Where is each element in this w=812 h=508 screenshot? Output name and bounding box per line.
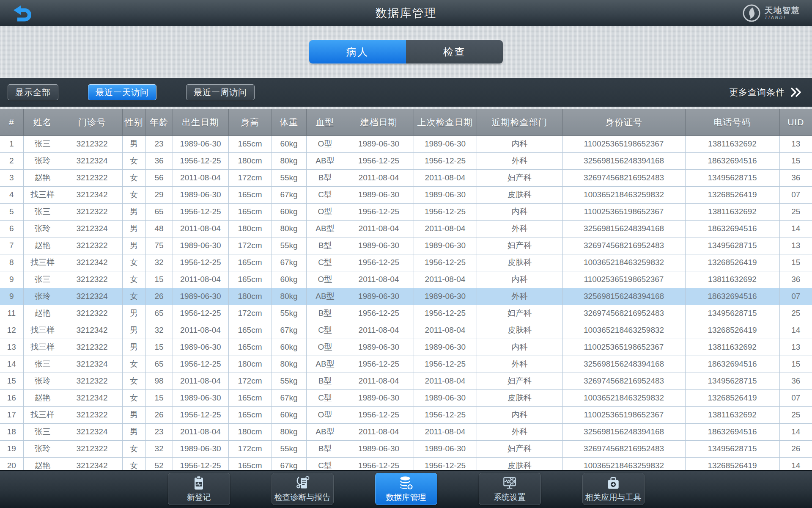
table-cell: 1956-12-25: [173, 356, 228, 373]
table-cell: 妇产科: [477, 373, 562, 389]
table-cell: 55kg: [272, 169, 306, 186]
table-row[interactable]: 3赵艳3212322女562011-08-04172cm55kgB型2011-0…: [0, 169, 812, 186]
column-header-gender: 性别: [122, 109, 145, 135]
table-row[interactable]: 2张玲3212324女361956-12-25180cm80kgAB型1956-…: [0, 152, 812, 169]
table-cell: 张三: [23, 135, 62, 152]
table-cell: 女: [122, 457, 145, 470]
table-cell: 赵艳: [23, 237, 62, 254]
column-header-id-number: 身份证号: [562, 109, 685, 135]
tab-exams[interactable]: 检查: [406, 40, 503, 64]
table-row[interactable]: 15张玲3212322女982011-08-04172cm55kgB型2011-…: [0, 373, 812, 389]
table-cell: 2: [0, 152, 23, 169]
table-row[interactable]: 5张三3212322男651956-12-25165cm60kgO型1956-1…: [0, 203, 812, 220]
table-cell: 3212322: [62, 169, 122, 186]
table-cell: 1956-12-25: [173, 254, 228, 271]
table-cell: 男: [122, 423, 145, 440]
table-row[interactable]: 20赵艳3212342女521956-12-25165cm67kgC型1956-…: [0, 457, 812, 470]
table-row[interactable]: 8找三样3212342女321956-12-25165cm67kgC型1956-…: [0, 254, 812, 271]
table-row[interactable]: 13找三样3212322男151989-06-30165cm60kgO型1989…: [0, 339, 812, 356]
table-cell: 165cm: [228, 339, 272, 356]
table-row[interactable]: 6张玲3212324男482011-08-04180cm80kgAB型2011-…: [0, 220, 812, 237]
table-cell: 3212322: [62, 339, 122, 356]
database-management-screen: 数据库管理 天地智慧 TIANDI 病人 检查 显示全部 最近一天访问 最近一周…: [0, 0, 812, 508]
table-cell: 皮肤科: [477, 457, 562, 470]
table-cell: 18632694516: [685, 356, 779, 373]
table-row[interactable]: 9张玲3212324女261989-06-30180cm80kgAB型1989-…: [0, 288, 812, 305]
table-cell: 女: [122, 271, 145, 288]
table-cell: 100365218463259832: [562, 254, 685, 271]
table-cell: 2011-08-04: [344, 423, 414, 440]
table-cell: 60kg: [272, 271, 306, 288]
filter-last-day-button[interactable]: 最近一天访问: [88, 84, 156, 100]
table-cell: 1989-06-30: [414, 135, 477, 152]
table-cell: AB型: [306, 423, 344, 440]
table-cell: C型: [306, 457, 344, 470]
table-cell: 172cm: [228, 237, 272, 254]
table-cell: 32: [145, 440, 173, 457]
table-row[interactable]: 16赵艳3212342女151989-06-30165cm67kgC型1989-…: [0, 389, 812, 406]
table-cell: 13268526419: [685, 322, 779, 339]
table-row[interactable]: 4找三样3212342女291989-06-30165cm67kgC型1989-…: [0, 186, 812, 203]
table-row[interactable]: 18张三3212324男232011-08-04180cm80kgAB型2011…: [0, 423, 812, 440]
top-header: 数据库管理 天地智慧 TIANDI: [0, 0, 812, 26]
table-row[interactable]: 7赵艳3212322男751989-06-30172cm55kgB型1989-0…: [0, 237, 812, 254]
filter-last-week-button[interactable]: 最近一周访问: [186, 84, 255, 100]
table-cell: 100365218463259832: [562, 186, 685, 203]
table-cell: 13: [0, 339, 23, 356]
table-cell: 1956-12-25: [173, 457, 228, 470]
table-cell: 12: [0, 322, 23, 339]
table-cell: 2011-08-04: [344, 271, 414, 288]
nav-related-apps-tools-button[interactable]: 相关应用与工具: [582, 473, 645, 505]
table-cell: 女: [122, 440, 145, 457]
nav-system-settings-button[interactable]: 系统设置: [479, 473, 541, 505]
table-cell: C型: [306, 254, 344, 271]
column-header-uid: UID: [779, 109, 812, 135]
table-row[interactable]: 14张三3212324女651956-12-25180cm80kgAB型1956…: [0, 356, 812, 373]
table-cell: 26: [145, 288, 173, 305]
table-cell: 26: [779, 440, 812, 457]
table-cell: 165cm: [228, 271, 272, 288]
table-cell: 2011-08-04: [344, 169, 414, 186]
table-row[interactable]: 17找三样3212322男261956-12-25165cm60kgO型1956…: [0, 406, 812, 423]
table-cell: 1956-12-25: [344, 406, 414, 423]
table-cell: 6: [0, 220, 23, 237]
table-row[interactable]: 1张三3212322男231989-06-30165cm60kgO型1989-0…: [0, 135, 812, 152]
table-cell: 110025365198652367: [562, 135, 685, 152]
more-criteria-button[interactable]: 更多查询条件: [729, 86, 802, 98]
table-cell: 张玲: [23, 373, 62, 389]
table-cell: 67kg: [272, 254, 306, 271]
table-cell: 55kg: [272, 440, 306, 457]
table-cell: 13495628715: [685, 169, 779, 186]
table-cell: 165cm: [228, 406, 272, 423]
record-type-tabs: 病人 检查: [309, 40, 503, 64]
table-cell: 找三样: [23, 339, 62, 356]
nav-exam-diagnosis-report-button[interactable]: 检查诊断与报告: [272, 473, 334, 505]
patient-table-area: # 姓名 门诊号 性别 年龄 出生日期 身高 体重 血型 建档日期 上次检查日期…: [0, 109, 812, 470]
table-cell: 325698156248394168: [562, 152, 685, 169]
table-cell: 165cm: [228, 322, 272, 339]
table-row[interactable]: 9张三3212322女152011-08-04165cm60kgO型2011-0…: [0, 271, 812, 288]
table-cell: 1956-12-25: [173, 152, 228, 169]
table-row[interactable]: 12找三样3212342男322011-08-04165cm67kgC型2011…: [0, 322, 812, 339]
nav-new-registration-button[interactable]: 新登记: [168, 473, 230, 505]
table-cell: 110025365198652367: [562, 339, 685, 356]
nav-label: 检查诊断与报告: [274, 492, 331, 503]
brand-logo: 天地智慧 TIANDI: [742, 4, 800, 22]
table-cell: 1956-12-25: [414, 254, 477, 271]
table-cell: 18: [0, 423, 23, 440]
table-cell: 男: [122, 135, 145, 152]
column-header-recent-department: 近期检查部门: [477, 109, 562, 135]
table-cell: 女: [122, 389, 145, 406]
table-cell: 张三: [23, 356, 62, 373]
table-cell: 男: [122, 339, 145, 356]
table-cell: 15: [145, 271, 173, 288]
table-row[interactable]: 11赵艳3212322男651956-12-25172cm55kgB型1956-…: [0, 305, 812, 322]
tab-patients[interactable]: 病人: [309, 40, 406, 64]
filter-show-all-button[interactable]: 显示全部: [8, 84, 58, 100]
table-header-row: # 姓名 门诊号 性别 年龄 出生日期 身高 体重 血型 建档日期 上次检查日期…: [0, 109, 812, 135]
nav-database-management-button[interactable]: 数据库管理: [375, 473, 437, 505]
stethoscope-report-icon: [294, 475, 311, 491]
table-row[interactable]: 19张玲3212322女321989-06-30172cm55kgB型1989-…: [0, 440, 812, 457]
table-cell: 3212322: [62, 237, 122, 254]
table-cell: 赵艳: [23, 457, 62, 470]
